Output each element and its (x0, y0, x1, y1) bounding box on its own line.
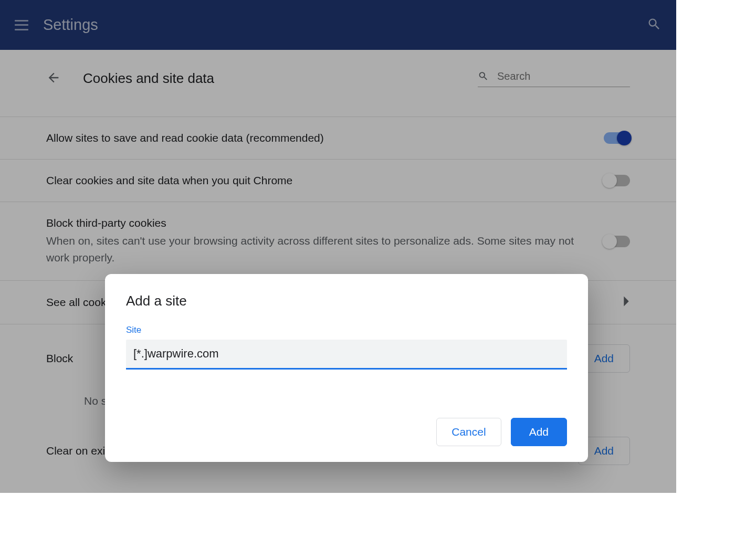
dialog-field-label: Site (126, 325, 567, 335)
site-input[interactable] (126, 340, 567, 370)
dialog-title: Add a site (126, 293, 567, 309)
add-site-dialog: Add a site Site Cancel Add (105, 274, 588, 462)
cancel-button[interactable]: Cancel (436, 418, 501, 446)
dialog-actions: Cancel Add (126, 418, 567, 446)
add-button[interactable]: Add (511, 418, 567, 446)
